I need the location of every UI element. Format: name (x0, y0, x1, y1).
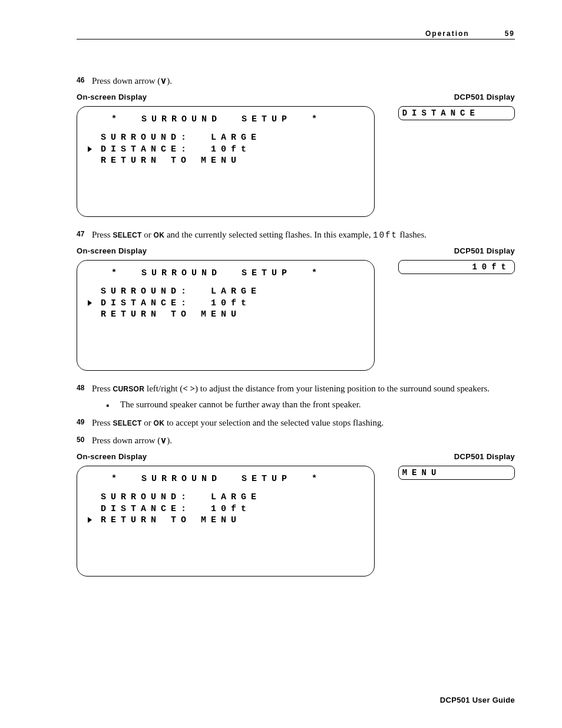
step-49: 49 Press SELECT or OK to accept your sel… (77, 417, 515, 430)
step-47: 47 Press SELECT or OK and the currently … (77, 229, 515, 242)
selection-pointer-icon (88, 516, 92, 526)
step-48: 48 Press CURSOR left/right (< >) to adju… (77, 383, 515, 396)
step-text: Press down arrow (∨). (92, 434, 515, 447)
osd-line: SURROUND: LARGE (101, 133, 261, 143)
step-text: Press CURSOR left/right (< >) to adjust … (92, 383, 515, 396)
step-number: 46 (77, 75, 92, 84)
osd-line: DISTANCE: 10ft (101, 298, 251, 308)
dcp-label: DCP501 Display (454, 93, 515, 101)
step-50: 50 Press down arrow (∨). (77, 434, 515, 447)
dcp-label: DCP501 Display (454, 452, 515, 461)
osd-box-3: * SURROUND SETUP * SURROUND: LARGE DISTA… (77, 466, 375, 577)
header-section: Operation (425, 29, 470, 38)
step-number: 47 (77, 229, 92, 238)
dcp-box-3: MENU (398, 466, 515, 480)
page-number: 59 (505, 29, 515, 38)
footer: DCP501 User Guide (440, 696, 515, 704)
display-labels: On-screen Display DCP501 Display (77, 246, 515, 255)
step-number: 50 (77, 434, 92, 444)
display-labels: On-screen Display DCP501 Display (77, 452, 515, 461)
selection-pointer-icon (88, 299, 92, 309)
step-46: 46 Press down arrow (∨). (77, 75, 515, 88)
osd-label: On-screen Display (77, 93, 147, 101)
display-row-2: * SURROUND SETUP * SURROUND: LARGE DISTA… (77, 260, 515, 371)
osd-line: RETURN TO MENU (101, 515, 241, 525)
step-number: 49 (77, 417, 92, 426)
page-header: Operation 59 (77, 29, 515, 39)
osd-title: * SURROUND SETUP * (88, 268, 363, 279)
down-arrow-icon: ∨ (160, 76, 167, 85)
osd-label: On-screen Display (77, 452, 147, 461)
step-text: Press SELECT or OK and the currently sel… (92, 229, 515, 242)
step-number: 48 (77, 383, 92, 392)
display-labels: On-screen Display DCP501 Display (77, 93, 515, 101)
osd-line: DISTANCE: 10ft (101, 504, 251, 514)
display-row-1: * SURROUND SETUP * SURROUND: LARGE DISTA… (77, 106, 515, 217)
osd-box-2: * SURROUND SETUP * SURROUND: LARGE DISTA… (77, 260, 375, 371)
osd-line: SURROUND: LARGE (101, 492, 261, 502)
osd-title: * SURROUND SETUP * (88, 114, 363, 126)
bullet-48: ▪ The surround speaker cannot be further… (106, 400, 515, 411)
osd-line: RETURN TO MENU (101, 309, 241, 319)
display-row-3: * SURROUND SETUP * SURROUND: LARGE DISTA… (77, 466, 515, 577)
osd-line: RETURN TO MENU (101, 156, 241, 166)
dcp-box-2: 10ft (398, 260, 515, 274)
down-arrow-icon: ∨ (160, 436, 167, 445)
step-text: Press SELECT or OK to accept your select… (92, 417, 515, 430)
osd-label: On-screen Display (77, 246, 147, 255)
osd-box-1: * SURROUND SETUP * SURROUND: LARGE DISTA… (77, 106, 375, 217)
osd-title: * SURROUND SETUP * (88, 473, 363, 485)
left-right-arrow-icon: < > (183, 384, 195, 393)
bullet-icon: ▪ (106, 400, 120, 411)
osd-line: SURROUND: LARGE (101, 286, 261, 297)
bullet-text: The surround speaker cannot be further a… (120, 400, 361, 411)
step-text: Press down arrow (∨). (92, 75, 515, 88)
dcp-box-1: DISTANCE (398, 106, 515, 120)
dcp-label: DCP501 Display (454, 246, 515, 255)
selection-pointer-icon (88, 146, 92, 156)
osd-line: DISTANCE: 10ft (101, 144, 251, 154)
